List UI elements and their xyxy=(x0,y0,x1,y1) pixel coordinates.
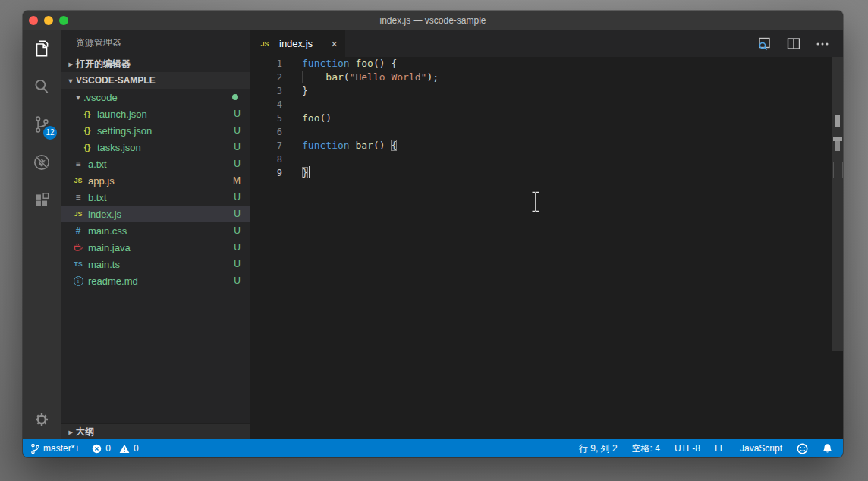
tree-item-b.txt[interactable]: ≡b.txtU xyxy=(61,189,250,206)
more-actions-icon[interactable] xyxy=(814,36,831,52)
code-line-5[interactable]: 5foo() xyxy=(250,112,843,125)
code-line-2[interactable]: 2 bar("Hello World"); xyxy=(250,71,843,84)
code-text: function foo() { xyxy=(302,57,397,71)
file-name: readme.md xyxy=(88,275,138,287)
vscode-window: index.js — vscode-sample xyxy=(23,11,843,457)
encoding[interactable]: UTF-8 xyxy=(675,443,700,454)
debug-icon xyxy=(32,152,52,172)
folder-modified-dot xyxy=(232,94,238,100)
tab-index-js[interactable]: JS index.js × xyxy=(250,30,345,57)
feedback-smiley-icon[interactable] xyxy=(797,443,808,454)
git-status-letter: U xyxy=(234,225,250,236)
tree-item-main.java[interactable]: main.javaU xyxy=(61,239,250,256)
chevron-down-icon: ▾ xyxy=(73,93,83,102)
activity-extensions[interactable] xyxy=(31,190,52,211)
indentation[interactable]: 空格: 4 xyxy=(632,442,660,455)
java-icon xyxy=(71,242,85,253)
file-name: settings.json xyxy=(97,125,152,137)
tree-item-index.js[interactable]: JSindex.jsU xyxy=(61,206,250,222)
line-number: 3 xyxy=(250,84,282,98)
outline-label: 大纲 xyxy=(76,426,94,439)
git-status-letter: U xyxy=(234,142,250,152)
git-branch-status[interactable]: master*+ xyxy=(30,443,80,454)
code-line-3[interactable]: 3} xyxy=(250,84,843,98)
json-icon: {} xyxy=(80,126,94,135)
open-editors-label: 打开的编辑器 xyxy=(76,58,131,71)
close-tab-icon[interactable]: × xyxy=(331,38,338,49)
window-controls xyxy=(29,16,68,25)
overview-cursor-marker xyxy=(833,162,843,178)
problems-status[interactable]: 0 0 xyxy=(92,443,138,454)
eol[interactable]: LF xyxy=(715,443,725,454)
js-icon: JS xyxy=(71,210,85,218)
workspace-label: VSCODE-SAMPLE xyxy=(76,75,156,86)
code-line-1[interactable]: 1function foo() { xyxy=(250,57,843,71)
editor-overview-ruler xyxy=(832,57,843,439)
activity-source-control[interactable]: 12 xyxy=(31,114,52,135)
tree-item-.vscode[interactable]: ▾.vscode xyxy=(61,89,250,105)
text-file-icon: ≡ xyxy=(71,159,85,169)
git-status-letter: U xyxy=(234,125,250,136)
git-status-letter: U xyxy=(234,192,250,203)
chevron-right-icon: ▸ xyxy=(65,428,76,436)
file-name: a.txt xyxy=(88,159,107,170)
close-window-button[interactable] xyxy=(29,16,38,25)
code-line-9[interactable]: 9} xyxy=(250,166,843,180)
split-editor-icon[interactable] xyxy=(785,36,802,52)
chevron-down-icon: ▾ xyxy=(65,77,76,85)
git-status-letter: U xyxy=(234,159,250,169)
search-icon xyxy=(32,77,52,96)
language-mode[interactable]: JavaScript xyxy=(740,443,782,454)
line-number: 1 xyxy=(250,57,282,71)
overview-marker xyxy=(835,115,840,127)
manage-settings[interactable] xyxy=(31,409,52,430)
code-text: function bar() { xyxy=(302,139,397,152)
status-bar: master*+ 0 0 行 9, 列 2空格: 4UTF-8LFJavaScr… xyxy=(23,439,843,457)
open-preview-icon[interactable] xyxy=(756,36,773,52)
code-line-7[interactable]: 7function bar() { xyxy=(250,139,843,152)
code-line-6[interactable]: 6 xyxy=(250,125,843,139)
json-icon: {} xyxy=(80,109,94,118)
section-open-editors[interactable]: ▸ 打开的编辑器 xyxy=(61,55,250,72)
minimize-window-button[interactable] xyxy=(44,16,53,25)
gear-icon xyxy=(33,410,51,429)
text-file-icon: ≡ xyxy=(71,192,85,203)
activity-search[interactable] xyxy=(31,76,52,97)
cursor-position[interactable]: 行 9, 列 2 xyxy=(579,442,618,455)
js-icon: JS xyxy=(258,40,272,48)
line-number: 6 xyxy=(250,125,282,139)
section-outline[interactable]: ▸ 大纲 xyxy=(61,423,250,439)
file-name: main.java xyxy=(88,242,131,253)
section-workspace[interactable]: ▾ VSCODE-SAMPLE xyxy=(61,72,250,89)
sidebar-title: 资源管理器 xyxy=(61,30,250,55)
ts-icon: TS xyxy=(71,260,85,268)
zoom-window-button[interactable] xyxy=(59,16,68,25)
editor-scrollbar[interactable] xyxy=(832,57,843,351)
activity-explorer[interactable] xyxy=(31,38,52,59)
tree-item-tasks.json[interactable]: {}tasks.jsonU xyxy=(61,139,250,156)
tree-item-main.ts[interactable]: TSmain.tsU xyxy=(61,256,250,272)
activity-bar: 12 xyxy=(23,30,61,439)
tree-item-a.txt[interactable]: ≡a.txtU xyxy=(61,156,250,172)
notifications-bell-icon[interactable] xyxy=(822,443,832,454)
code-line-8[interactable]: 8 xyxy=(250,152,843,166)
tree-item-readme.md[interactable]: ireadme.mdU xyxy=(61,272,250,289)
code-line-4[interactable]: 4 xyxy=(250,98,843,112)
tree-item-app.js[interactable]: JSapp.jsM xyxy=(61,172,250,189)
tree-item-launch.json[interactable]: {}launch.jsonU xyxy=(61,105,250,122)
code-text: } xyxy=(302,166,310,180)
activity-debug[interactable] xyxy=(31,152,52,173)
warning-icon xyxy=(119,444,130,454)
tree-item-settings.json[interactable]: {}settings.jsonU xyxy=(61,122,250,139)
git-status-letter: U xyxy=(234,275,250,286)
file-name: app.js xyxy=(88,175,115,187)
tree-item-main.css[interactable]: #main.cssU xyxy=(61,222,250,239)
text-cursor-pointer xyxy=(530,190,541,213)
git-branch-icon xyxy=(30,443,39,454)
file-name: tasks.json xyxy=(97,142,141,153)
code-editor[interactable]: 1function foo() {2 bar("Hello World");3}… xyxy=(250,57,843,439)
sidebar-explorer: 资源管理器 ▸ 打开的编辑器 ▾ VSCODE-SAMPLE ▾.vscode{… xyxy=(61,30,250,439)
window-titlebar[interactable]: index.js — vscode-sample xyxy=(23,11,843,30)
json-icon: {} xyxy=(80,143,94,152)
line-number: 7 xyxy=(250,139,282,152)
